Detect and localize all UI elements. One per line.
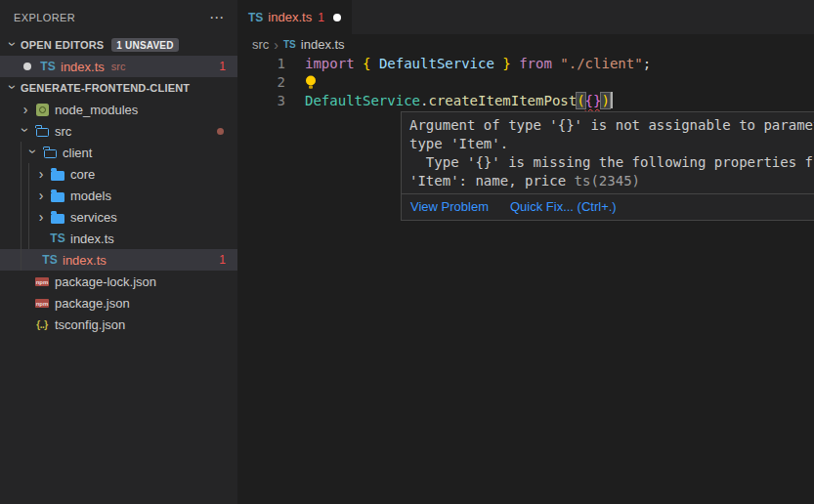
tab-index-ts[interactable]: TS index.ts 1 — [237, 0, 352, 34]
explorer-header: EXPLORER ⋯ — [0, 0, 237, 34]
indent-guide — [28, 163, 29, 249]
code-line-1: 1 import { DefaultService } from "./clie… — [237, 55, 814, 73]
chevron-right-icon[interactable] — [33, 210, 49, 224]
typescript-icon: TS — [50, 231, 64, 245]
folder-icon — [51, 171, 64, 181]
tree-item-models[interactable]: models — [0, 185, 237, 206]
typescript-icon: TS — [40, 60, 55, 73]
chevron-right-icon[interactable] — [33, 167, 49, 181]
tree-item-package-lock-json[interactable]: npm package-lock.json — [0, 271, 237, 292]
project-name-label: GENERATE-FRONTEND-CLIENT — [21, 82, 190, 94]
folder-icon — [51, 192, 64, 202]
open-editor-file-name: index.ts — [61, 60, 105, 74]
tree-item-node-modules[interactable]: node_modules — [0, 99, 237, 120]
typescript-icon: TS — [42, 253, 57, 267]
breadcrumb-file[interactable]: index.ts — [301, 37, 345, 52]
tree-item-label: models — [70, 189, 111, 203]
indent-guide — [21, 142, 21, 271]
open-editors-label: OPEN EDITORS — [21, 39, 104, 51]
chevron-down-icon[interactable] — [5, 81, 21, 95]
line-number: 3 — [237, 92, 285, 110]
unsaved-dot-icon — [333, 14, 341, 21]
open-editor-item-index-ts[interactable]: TS index.ts src 1 — [0, 56, 237, 77]
typescript-icon: TS — [248, 11, 263, 24]
tree-item-core[interactable]: core — [0, 163, 237, 185]
tree-item-label: node_modules — [55, 103, 138, 117]
error-count-badge: 1 — [219, 60, 226, 73]
editor-group: TS index.ts 1 src › TS index.ts 1 import… — [237, 0, 814, 504]
tab-bar: TS index.ts 1 — [237, 0, 814, 34]
text-cursor — [611, 92, 613, 108]
tab-error-count: 1 — [318, 11, 324, 24]
tree-item-label: tsconfig.json — [55, 317, 125, 332]
project-section-header[interactable]: GENERATE-FRONTEND-CLIENT — [0, 77, 237, 99]
npm-icon: npm — [35, 277, 49, 286]
chevron-down-icon[interactable] — [25, 146, 41, 159]
chevron-right-icon[interactable] — [33, 189, 49, 202]
error-hover-tooltip: Argument of type '{}' is not assignable … — [401, 111, 814, 221]
tree-item-src-index-ts[interactable]: TS index.ts 1 — [0, 249, 237, 271]
code-line-3: 3 DefaultService.createItemItemPost({}) — [237, 92, 814, 110]
tree-item-label: services — [70, 210, 117, 225]
npm-icon: npm — [35, 299, 49, 308]
line-number: 2 — [237, 73, 285, 92]
tree-item-label: index.ts — [63, 253, 107, 268]
open-editors-section-header[interactable]: OPEN EDITORS 1 UNSAVED — [0, 34, 237, 56]
typescript-icon: TS — [283, 39, 296, 50]
tree-item-client-index-ts[interactable]: TS index.ts — [0, 228, 237, 249]
tree-item-label: index.ts — [70, 231, 114, 246]
explorer-title: EXPLORER — [14, 12, 75, 23]
breadcrumb-separator-icon: › — [274, 37, 278, 53]
unsaved-count-badge: 1 UNSAVED — [111, 38, 178, 52]
tree-item-src[interactable]: src — [0, 120, 237, 142]
hover-action-bar: View Problem Quick Fix... (Ctrl+.) — [402, 193, 814, 220]
error-squiggle: {} — [585, 93, 602, 108]
folder-open-icon — [36, 128, 49, 137]
tree-item-label: client — [63, 146, 92, 160]
folder-modified-dot-icon — [217, 128, 224, 135]
error-message: Argument of type '{}' is not assignable … — [402, 112, 814, 193]
error-code: ts(2345) — [575, 173, 640, 189]
chevron-down-icon[interactable] — [5, 38, 21, 52]
tree-item-tsconfig-json[interactable]: {..} tsconfig.json — [0, 314, 237, 335]
quick-fix-link[interactable]: Quick Fix... (Ctrl+.) — [510, 199, 617, 214]
explorer-sidebar: EXPLORER ⋯ OPEN EDITORS 1 UNSAVED TS ind… — [0, 0, 237, 504]
code-line-2: 2 — [237, 73, 814, 92]
tree-item-services[interactable]: services — [0, 206, 237, 228]
breadcrumb-folder[interactable]: src — [252, 37, 269, 52]
error-count-badge: 1 — [219, 253, 226, 267]
folder-icon — [51, 214, 64, 224]
tree-item-client[interactable]: client — [0, 142, 237, 163]
more-actions-icon[interactable]: ⋯ — [209, 10, 224, 24]
tree-item-label: package-lock.json — [55, 274, 156, 289]
open-editor-file-path: src — [111, 61, 126, 72]
breadcrumb: src › TS index.ts — [237, 34, 814, 55]
modified-dot-icon — [23, 63, 31, 70]
node-modules-folder-icon — [36, 104, 49, 116]
folder-open-icon — [44, 149, 57, 158]
lightbulb-icon[interactable] — [305, 75, 317, 90]
tree-item-label: src — [55, 124, 71, 139]
view-problem-link[interactable]: View Problem — [410, 199, 489, 214]
tree-item-label: core — [70, 167, 95, 182]
line-number: 1 — [237, 55, 285, 73]
chevron-right-icon[interactable] — [18, 103, 33, 116]
chevron-down-icon[interactable] — [18, 124, 33, 138]
json-braces-icon: {..} — [36, 319, 47, 330]
code-area[interactable]: 1 import { DefaultService } from "./clie… — [237, 55, 814, 110]
tab-label: index.ts — [268, 10, 312, 24]
tree-item-label: package.json — [55, 296, 130, 311]
tree-item-package-json[interactable]: npm package.json — [0, 292, 237, 314]
